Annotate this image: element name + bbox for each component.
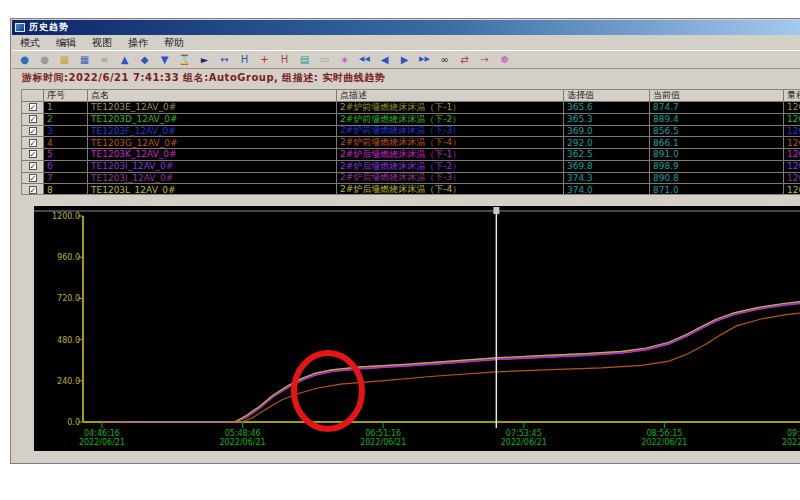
row-current-value: 891.0 — [650, 149, 784, 160]
row-selected-value: 374.3 — [564, 173, 650, 184]
pointer-icon[interactable]: ► — [196, 52, 213, 67]
table-row[interactable]: ✓2TE1203D_12AV_0#2#炉前墙燃烧床床温（下-2）365.3889… — [22, 114, 800, 126]
app-icon — [15, 23, 25, 32]
row-range: 1200.0 — [784, 126, 800, 137]
table-body: ✓1TE1203E_12AV_0#2#炉前墙燃烧床床温（下-1）365.6874… — [22, 102, 800, 195]
step-back-icon[interactable]: ◀ — [376, 52, 393, 67]
title-bar[interactable]: 历史趋势 — [12, 20, 800, 35]
row-description: 2#炉后墙燃烧床床温（下-3） — [337, 173, 564, 184]
row-index: 4 — [44, 137, 88, 148]
trend-curve — [102, 302, 800, 423]
row-checkbox-cell: ✓ — [22, 102, 44, 113]
x-tick-time: 05:48:46 — [225, 429, 261, 438]
trend-chart[interactable]: 0.0240.0480.0720.0960.01200.004:46:16202… — [34, 206, 800, 451]
menu-item-3[interactable]: 操作 — [128, 36, 148, 50]
table-row[interactable]: ✓4TE1203G_12AV_0#2#炉前墙燃烧床床温（下-4）292.0866… — [22, 137, 800, 149]
fast-rewind-icon[interactable]: ◀◀ — [356, 52, 373, 67]
row-checkbox[interactable]: ✓ — [29, 186, 37, 194]
row-index: 8 — [44, 184, 88, 195]
menu-item-4[interactable]: 帮助 — [164, 36, 184, 50]
table-row[interactable]: ✓1TE1203E_12AV_0#2#炉前墙燃烧床床温（下-1）365.6874… — [22, 102, 800, 114]
row-current-value: 898.9 — [650, 161, 784, 172]
header-index: 序号 — [44, 90, 88, 101]
row-checkbox[interactable]: ✓ — [29, 127, 37, 135]
row-index: 6 — [44, 161, 88, 172]
x-tick-date: 2022/06/21 — [782, 438, 800, 447]
row-checkbox-cell: ✓ — [22, 161, 44, 172]
row-tag-name: TE1203L_12AV_0# — [88, 184, 337, 195]
trend-mode-icon[interactable]: ● — [16, 52, 33, 67]
row-index: 2 — [44, 114, 88, 125]
zoom-out-vertical-icon[interactable]: ◆ — [136, 52, 153, 67]
row-description: 2#炉后墙燃烧床床温（下-2） — [337, 161, 564, 172]
row-checkbox[interactable]: ✓ — [29, 115, 37, 123]
menu-item-2[interactable]: 视图 — [92, 36, 112, 50]
header-current-value: 当前值 — [650, 90, 784, 101]
row-index: 7 — [44, 173, 88, 184]
y-tick-label: 960.0 — [57, 253, 80, 262]
row-checkbox-cell: ✓ — [22, 114, 44, 125]
row-checkbox[interactable]: ✓ — [29, 103, 37, 111]
header-range: 量程 — [784, 90, 800, 101]
row-description: 2#炉后墙燃烧床床温（下-4） — [337, 184, 564, 195]
snapshot-icon[interactable]: ☸ — [496, 52, 513, 67]
search-icon[interactable]: ∞ — [436, 52, 453, 67]
fit-horizontal-icon[interactable]: ↔ — [216, 52, 233, 67]
prev-bound-icon[interactable]: H — [236, 52, 253, 67]
row-checkbox[interactable]: ✓ — [29, 162, 37, 170]
table-row[interactable]: ✓5TE1203K_12AV_0#2#炉后墙燃烧床床温（下-1）362.5891… — [22, 149, 800, 161]
row-checkbox[interactable]: ✓ — [29, 174, 37, 182]
curve-view-icon[interactable]: ≈ — [96, 52, 113, 67]
row-index: 5 — [44, 149, 88, 160]
chart-cursor-handle[interactable] — [493, 207, 499, 214]
row-range: 1200.0 — [784, 161, 800, 172]
copy-icon[interactable]: ▭ — [316, 52, 333, 67]
y-tick-label: 1200.0 — [52, 212, 80, 221]
row-tag-name: TE1203E_12AV_0# — [88, 102, 337, 113]
table-row[interactable]: ✓6TE1203I_12AV_0#2#炉后墙燃烧床床温（下-2）369.8898… — [22, 161, 800, 173]
row-description: 2#炉前墙燃烧床床温（下-2） — [337, 114, 564, 125]
x-tick-time: 04:46:16 — [84, 429, 120, 438]
zoom-in-vertical-icon[interactable]: ▲ — [116, 52, 133, 67]
row-checkbox[interactable]: ✓ — [29, 139, 37, 147]
window-title: 历史趋势 — [29, 21, 69, 34]
y-tick-label: 720.0 — [57, 294, 80, 303]
header-check — [22, 90, 44, 101]
x-tick-time: 08:56:15 — [646, 429, 682, 438]
down-arrow-icon[interactable]: ▼ — [156, 52, 173, 67]
step-forward-icon[interactable]: ▶ — [396, 52, 413, 67]
row-checkbox[interactable]: ✓ — [29, 150, 37, 158]
row-tag-name: TE1203J_12AV_0# — [88, 173, 337, 184]
y-tick-label: 0.0 — [67, 418, 80, 427]
scatter-icon[interactable]: ∗ — [336, 52, 353, 67]
add-cursor-icon[interactable]: + — [256, 52, 273, 67]
row-range: 1200.0 — [784, 173, 800, 184]
goto-cursor-icon[interactable]: ⇄ — [456, 52, 473, 67]
table-row[interactable]: ✓8TE1203L_12AV_0#2#炉后墙燃烧床床温（下-4）374.0871… — [22, 184, 800, 195]
table-view-icon[interactable]: ▦ — [76, 52, 93, 67]
menu-item-1[interactable]: 编辑 — [56, 36, 76, 50]
table-row[interactable]: ✓3TE1203F_12AV_0#2#炉前墙燃烧床床温（下-3）369.0856… — [22, 126, 800, 138]
next-bound-icon[interactable]: H — [276, 52, 293, 67]
header-name: 点名 — [88, 90, 337, 101]
open-folder-icon[interactable]: ▦ — [56, 52, 73, 67]
table-row[interactable]: ✓7TE1203J_12AV_0#2#炉后墙燃烧床床温（下-3）374.3890… — [22, 173, 800, 185]
x-tick-date: 2022/06/21 — [220, 438, 266, 447]
jump-right-icon[interactable]: → — [476, 52, 493, 67]
fast-forward-icon[interactable]: ▶▶ — [416, 52, 433, 67]
x-tick-time: 07:53:45 — [506, 429, 542, 438]
row-tag-name: TE1203D_12AV_0# — [88, 114, 337, 125]
print-icon[interactable]: ▤ — [296, 52, 313, 67]
row-range: 1200.0 — [784, 137, 800, 148]
row-tag-name: TE1203K_12AV_0# — [88, 149, 337, 160]
hourglass-icon[interactable]: ⌛ — [176, 52, 193, 67]
menu-item-0[interactable]: 模式 — [20, 36, 40, 50]
row-selected-value: 362.5 — [564, 149, 650, 160]
table-header-row: 序号 点名 点描述 选择值 当前值 量程 — [22, 90, 800, 102]
x-tick-date: 2022/06/21 — [360, 438, 406, 447]
status-bar: 游标时间:2022/6/21 7:41:33 组名:AutoGroup, 组描述… — [12, 69, 800, 87]
tag-table: 序号 点名 点描述 选择值 当前值 量程 ✓1TE1203E_12AV_0#2#… — [21, 89, 800, 195]
row-selected-value: 365.6 — [564, 102, 650, 113]
row-tag-name: TE1203I_12AV_0# — [88, 161, 337, 172]
pause-icon[interactable]: ● — [36, 52, 53, 67]
